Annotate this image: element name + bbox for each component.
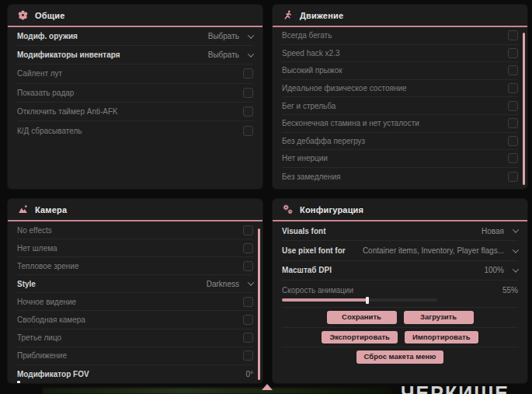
dropdown-value: Выбрать <box>208 51 239 59</box>
dropdown-value: Выбрать <box>208 32 239 40</box>
settings-row: Без дебаффа перегруз <box>282 133 518 151</box>
row-label: Бег и стрельба <box>282 102 336 110</box>
row-label: Нет инерции <box>282 154 328 162</box>
settings-row: Use pixel font forContainer items, Inven… <box>282 241 518 260</box>
checkbox[interactable] <box>508 30 518 40</box>
runner-icon <box>283 10 293 20</box>
panel-camera-header: Камера <box>8 199 263 221</box>
row-label: К/Д сбрасыватель <box>17 127 82 135</box>
checkbox[interactable] <box>243 106 253 117</box>
slider-row: Скорость анимации55% <box>282 281 518 308</box>
settings-row: Высокий прыжок <box>282 62 518 80</box>
dropdown-use-pixel-font-for[interactable]: Container items, Inventory, Player flags… <box>363 246 518 255</box>
slider-track[interactable] <box>282 298 437 302</box>
action-button[interactable]: Сохранить <box>327 311 397 323</box>
checkbox[interactable] <box>243 88 253 98</box>
checkbox[interactable] <box>508 65 518 75</box>
slider-row: Модификатор FOV0° <box>17 365 253 383</box>
row-label: Бесконечная стамина и нет усталости <box>282 119 419 127</box>
watermark-text: ЧЕРКИШЕ <box>401 382 509 394</box>
button-row: СохранитьЗагрузить <box>282 308 518 327</box>
panel-movement-header: Движение <box>273 5 527 27</box>
checkbox[interactable] <box>243 68 253 78</box>
settings-row: Всегда бегать <box>282 27 518 45</box>
row-label: Style <box>17 280 36 288</box>
settings-row: Ночное видение <box>17 293 253 311</box>
checkbox[interactable] <box>243 261 253 271</box>
checkbox[interactable] <box>243 126 253 136</box>
row-label: Модификатор FOV <box>17 370 89 378</box>
row-label: Visuals font <box>282 227 326 235</box>
checkbox[interactable] <box>508 101 518 111</box>
settings-row: Нет шлема <box>17 239 253 257</box>
settings-row: К/Д сбрасыватель <box>17 121 253 140</box>
panel-config: Конфигурация Visuals fontНоваяUse pixel … <box>273 199 527 383</box>
dropdown-модиф-оружия[interactable]: Выбрать <box>208 32 253 40</box>
checkbox[interactable] <box>243 350 253 361</box>
chevron-down-icon <box>248 280 254 286</box>
row-label: Use pixel font for <box>282 246 346 255</box>
row-label: Модиф. оружия <box>17 32 78 40</box>
panel-config-header: Конфигурация <box>273 199 527 221</box>
row-label: Скорость анимации <box>282 286 353 295</box>
checkbox[interactable] <box>508 83 518 93</box>
settings-row: Масштаб DPI100% <box>282 261 518 281</box>
settings-row: Третье лицо <box>17 329 253 347</box>
row-label: Без дебаффа перегруз <box>282 137 365 145</box>
button-row: ЭкспортироватьИмпортировать <box>282 328 518 347</box>
panel-title: Движение <box>300 11 343 20</box>
checkbox[interactable] <box>243 297 253 307</box>
settings-row: Speed hack x2.3 <box>282 45 518 63</box>
dropdown-value: 100% <box>484 266 504 274</box>
checkbox[interactable] <box>508 153 518 163</box>
row-label: Сайлент лут <box>17 69 62 78</box>
row-label: Нет шлема <box>17 244 57 253</box>
chevron-down-icon <box>248 32 254 38</box>
settings-row: Отключить таймер Anti-AFK <box>17 103 253 121</box>
panel-movement: Движение Всегда бегатьSpeed hack x2.3Выс… <box>273 5 527 189</box>
action-button[interactable]: Загрузить <box>404 311 474 323</box>
scrollbar[interactable] <box>523 33 525 185</box>
checkbox[interactable] <box>508 118 518 128</box>
checkbox[interactable] <box>243 315 253 325</box>
settings-row: Visuals fontНовая <box>282 221 518 241</box>
cursor-triangle <box>262 384 273 390</box>
dropdown-visuals-font[interactable]: Новая <box>482 227 518 235</box>
checkbox[interactable] <box>508 172 518 182</box>
row-label: Идеальное физическое состояние <box>282 84 407 92</box>
action-button[interactable]: Сброс макета меню <box>356 350 444 363</box>
checkbox[interactable] <box>243 243 253 253</box>
settings-row: Идеальное физическое состояние <box>282 80 518 98</box>
gears-icon <box>283 204 293 214</box>
checkbox[interactable] <box>243 333 253 343</box>
checkbox[interactable] <box>508 48 518 58</box>
settings-row: Нет инерции <box>282 150 518 168</box>
settings-row: No effects <box>17 221 253 239</box>
dropdown-модификаторы-инвентаря[interactable]: Выбрать <box>208 51 253 59</box>
slider-handle[interactable] <box>366 297 369 304</box>
checkbox[interactable] <box>508 136 518 146</box>
row-label: Без замедления <box>282 173 340 181</box>
action-button[interactable]: Импортировать <box>405 331 478 343</box>
dropdown-value: Новая <box>482 227 504 235</box>
dropdown-масштаб-dpi[interactable]: 100% <box>484 266 518 274</box>
row-label: Приближение <box>17 351 67 360</box>
image-icon <box>18 204 28 214</box>
dropdown-style[interactable]: Darkness <box>207 280 253 288</box>
slider-value: 0° <box>245 370 253 378</box>
settings-row: Тепловое зрение <box>17 257 253 275</box>
scrollbar[interactable] <box>258 228 260 380</box>
dropdown-value: Container items, Inventory, Player flags… <box>363 246 504 255</box>
panel-general-header: Общие <box>8 5 263 27</box>
checkbox[interactable] <box>243 225 253 235</box>
chevron-down-icon <box>513 246 519 253</box>
button-row: Сброс макета меню <box>282 347 518 367</box>
panel-title: Конфигурация <box>300 205 363 214</box>
flower-icon <box>18 10 28 20</box>
slider-fill <box>282 298 367 302</box>
settings-row: Без замедления <box>282 168 518 186</box>
settings-row: Показать радар <box>17 84 253 103</box>
slider-handle[interactable] <box>17 381 20 383</box>
action-button[interactable]: Экспортировать <box>322 331 397 343</box>
slider-value: 55% <box>502 286 518 295</box>
